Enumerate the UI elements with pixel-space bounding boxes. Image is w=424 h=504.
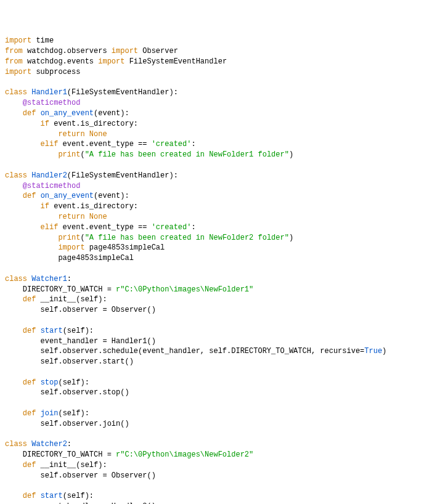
code-line bbox=[5, 78, 419, 88]
code-token: start bbox=[41, 327, 63, 335]
code-token bbox=[5, 234, 58, 242]
code-token: class bbox=[5, 275, 27, 283]
code-line: if event.is_directory: bbox=[5, 119, 419, 129]
code-token: elif bbox=[41, 223, 59, 232]
code-token: ( bbox=[80, 234, 84, 242]
code-token: Handler1 bbox=[31, 88, 67, 97]
code-token: DIRECTORY_TO_WATCH = bbox=[5, 285, 116, 294]
code-token: r"C:\0Python\images\NewFolder2" bbox=[116, 450, 253, 459]
code-token: from bbox=[5, 47, 23, 55]
code-line: def start(self): bbox=[5, 491, 419, 502]
code-token: page4853simpleCal bbox=[5, 254, 134, 262]
code-line: elif event.event_type == 'created': bbox=[5, 139, 419, 150]
code-token: True bbox=[364, 347, 382, 356]
code-token: def bbox=[23, 461, 36, 469]
code-token: self.observer = Observer() bbox=[5, 471, 156, 480]
code-token: class bbox=[5, 88, 27, 97]
code-token: (event): bbox=[94, 109, 129, 118]
code-token bbox=[5, 99, 23, 107]
code-line bbox=[5, 367, 419, 378]
code-line: event_handler = Handler1() bbox=[5, 336, 419, 347]
code-token: FileSystemEventHandler bbox=[124, 57, 227, 66]
code-token: @staticmethod bbox=[23, 182, 81, 190]
code-token: def bbox=[23, 378, 36, 387]
code-token: class bbox=[5, 171, 27, 180]
code-token bbox=[5, 243, 58, 252]
code-token bbox=[5, 327, 23, 335]
code-token: watchdog.observers bbox=[23, 47, 112, 55]
code-token: def bbox=[23, 295, 36, 304]
code-line: self.observer.stop() bbox=[5, 388, 419, 398]
code-token bbox=[36, 109, 40, 118]
code-token: event.event_type == bbox=[58, 223, 151, 232]
code-line: elif event.event_type == 'created': bbox=[5, 222, 419, 233]
code-token: (self): bbox=[63, 492, 94, 500]
code-token bbox=[5, 202, 41, 211]
code-token bbox=[5, 409, 23, 418]
code-token: Observer bbox=[138, 47, 178, 55]
code-token: self.observer.stop() bbox=[5, 388, 129, 397]
code-line: import time bbox=[5, 36, 419, 46]
code-token bbox=[85, 213, 89, 221]
code-token: join bbox=[41, 409, 59, 418]
code-token: None bbox=[89, 213, 107, 221]
code-token: None bbox=[89, 130, 107, 139]
code-token: Watcher1 bbox=[31, 275, 67, 283]
code-token: import bbox=[5, 36, 31, 45]
code-token: : bbox=[191, 140, 195, 148]
code-line: DIRECTORY_TO_WATCH = r"C:\0Python\images… bbox=[5, 285, 419, 295]
code-token: self.observer.start() bbox=[5, 357, 134, 366]
code-token: return bbox=[58, 213, 84, 221]
code-line: import page4853simpleCal bbox=[5, 243, 419, 253]
code-token: ) bbox=[289, 234, 293, 242]
code-token: def bbox=[23, 109, 36, 118]
code-token bbox=[5, 150, 58, 159]
code-token bbox=[36, 378, 40, 387]
code-line: return None bbox=[5, 212, 419, 222]
code-token: ) bbox=[382, 347, 386, 356]
code-token: (FileSystemEventHandler): bbox=[67, 88, 178, 97]
code-token: (self): bbox=[63, 327, 94, 335]
code-token: import bbox=[58, 243, 84, 252]
code-token: : bbox=[67, 275, 71, 283]
code-line: from watchdog.events import FileSystemEv… bbox=[5, 57, 419, 67]
code-line: def __init__(self): bbox=[5, 460, 419, 471]
code-token: time bbox=[31, 36, 54, 45]
code-token: if bbox=[41, 202, 49, 211]
code-token: @staticmethod bbox=[23, 99, 81, 107]
code-line bbox=[5, 315, 419, 326]
code-line: @staticmethod bbox=[5, 98, 419, 108]
code-line: def start(self): bbox=[5, 326, 419, 336]
code-token: Watcher2 bbox=[31, 440, 67, 449]
code-token: event.is_directory: bbox=[49, 202, 138, 211]
code-line: if event.is_directory: bbox=[5, 201, 419, 212]
code-token: print bbox=[58, 234, 80, 242]
code-line bbox=[5, 398, 419, 408]
code-token: elif bbox=[41, 140, 59, 148]
code-line: page4853simpleCal bbox=[5, 253, 419, 264]
code-line: self.observer = Observer() bbox=[5, 471, 419, 481]
code-token: : bbox=[191, 223, 195, 232]
code-token: import bbox=[112, 47, 138, 55]
code-token bbox=[5, 461, 23, 469]
code-token: subprocess bbox=[31, 68, 80, 76]
code-token: start bbox=[41, 492, 63, 500]
code-token: def bbox=[23, 327, 36, 335]
code-line: class Watcher1: bbox=[5, 274, 419, 285]
code-token: (event): bbox=[94, 192, 129, 200]
code-token: (FileSystemEventHandler): bbox=[67, 171, 178, 180]
code-token: class bbox=[5, 440, 27, 449]
code-token bbox=[5, 492, 23, 500]
code-line: class Handler2(FileSystemEventHandler): bbox=[5, 171, 419, 181]
code-line: class Watcher2: bbox=[5, 439, 419, 450]
code-token: event_handler = Handler1() bbox=[5, 337, 156, 346]
code-line bbox=[5, 160, 419, 171]
code-token: __init__(self): bbox=[36, 295, 107, 304]
code-line: import subprocess bbox=[5, 67, 419, 78]
code-token bbox=[5, 378, 23, 387]
code-token: event.event_type == bbox=[58, 140, 151, 148]
code-line: return None bbox=[5, 129, 419, 140]
code-token bbox=[36, 409, 40, 418]
code-token: on_any_event bbox=[41, 109, 94, 118]
code-token: ( bbox=[80, 150, 84, 159]
